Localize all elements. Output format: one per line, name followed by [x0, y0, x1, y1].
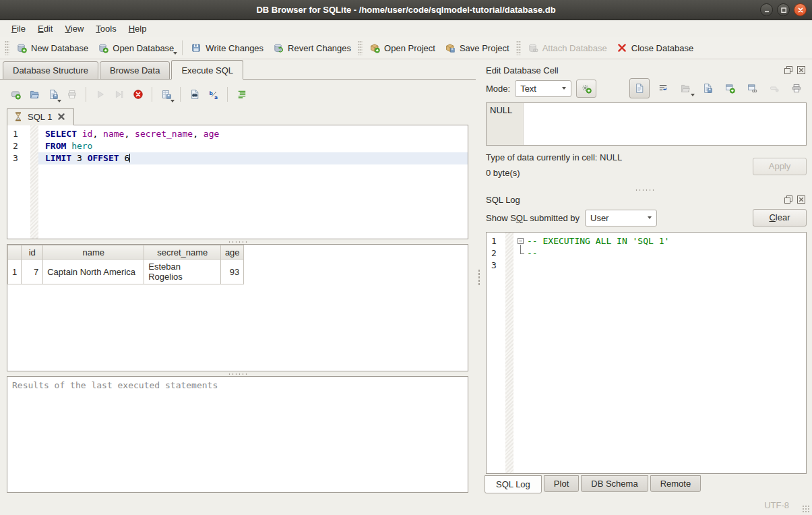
- print-icon[interactable]: [63, 86, 80, 103]
- toolbar-button-label: Attach Database: [542, 43, 607, 53]
- revert-changes-button[interactable]: Revert Changes: [268, 40, 356, 56]
- table-cell[interactable]: 7: [22, 260, 43, 284]
- encoding-indicator: UTF-8: [764, 500, 789, 510]
- code-line-1[interactable]: SELECT id, name, secret_name, age: [38, 128, 468, 140]
- submitter-combobox[interactable]: User: [585, 210, 657, 226]
- sql-log-view[interactable]: 123 −-- EXECUTING ALL IN 'SQL 1'--: [486, 232, 807, 474]
- new-database-button[interactable]: New Database: [11, 40, 93, 56]
- replace-icon[interactable]: ba: [205, 86, 222, 103]
- toolbar-separator: [182, 40, 183, 55]
- sql-doc-tab[interactable]: SQL 1: [7, 108, 74, 125]
- chevron-down-icon: [648, 216, 652, 219]
- stop-icon[interactable]: [129, 86, 146, 103]
- save-sql-file-icon[interactable]: [44, 86, 61, 103]
- menu-tools[interactable]: Tools: [90, 22, 122, 36]
- column-header-secret_name[interactable]: secret_name: [144, 245, 221, 260]
- editor-results-splitter[interactable]: [7, 239, 468, 244]
- save-project-button[interactable]: Save Project: [440, 40, 514, 56]
- maximize-button[interactable]: [777, 3, 790, 16]
- table-cell[interactable]: Esteban Rogelios: [144, 260, 221, 284]
- toolbar-handle[interactable]: [358, 40, 363, 55]
- menu-help[interactable]: Help: [123, 22, 153, 36]
- tab-database-structure[interactable]: Database Structure: [3, 61, 98, 80]
- menu-view[interactable]: View: [59, 22, 90, 36]
- main-toolbar: New DatabaseOpen DatabaseWrite ChangesRe…: [0, 37, 812, 59]
- open-project-icon: [369, 42, 380, 53]
- code-line-2[interactable]: FROM hero: [38, 140, 468, 152]
- panes-splitter[interactable]: [476, 59, 482, 495]
- toolbar-handle[interactable]: [516, 40, 521, 55]
- set-null-icon[interactable]: [766, 80, 783, 97]
- open-project-button[interactable]: Open Project: [365, 40, 440, 56]
- toolbar-button-label: Open Project: [384, 43, 435, 53]
- bottom-tab-db-schema[interactable]: DB Schema: [581, 475, 648, 492]
- edit-cell-title: Edit Database Cell: [486, 65, 783, 75]
- toolbar-button-label: New Database: [31, 43, 88, 53]
- docks-splitter[interactable]: [483, 187, 807, 193]
- bottom-tab-sql-log[interactable]: SQL Log: [485, 475, 542, 493]
- table-cell[interactable]: Captain North America: [43, 260, 144, 284]
- close-icon[interactable]: [796, 65, 807, 75]
- close-button[interactable]: [794, 3, 807, 16]
- toolbar-separator: [152, 87, 152, 102]
- word-wrap-icon[interactable]: [654, 80, 672, 97]
- tab-browse-data[interactable]: Browse Data: [100, 61, 170, 80]
- editor-code-area: SELECT id, name, secret_name, ageFROM he…: [38, 125, 468, 239]
- code-line-3[interactable]: LIMIT 3 OFFSET 6: [38, 152, 468, 164]
- text-document-icon[interactable]: [629, 78, 650, 98]
- toolbar-separator: [180, 87, 181, 102]
- cell-value-editor[interactable]: NULL: [486, 102, 807, 146]
- edit-cell-dock-header: Edit Database Cell: [483, 63, 807, 77]
- column-header-age[interactable]: age: [221, 245, 244, 260]
- float-icon[interactable]: [783, 65, 794, 75]
- close-tab-icon[interactable]: [56, 111, 67, 122]
- save-results-icon[interactable]: [158, 86, 175, 103]
- toolbar-handle[interactable]: [5, 40, 9, 55]
- open-database-button[interactable]: Open Database: [93, 40, 179, 56]
- column-header-id[interactable]: id: [22, 245, 43, 260]
- clear-button[interactable]: Clear: [753, 209, 807, 226]
- column-header-name[interactable]: name: [43, 245, 144, 260]
- menu-edit[interactable]: Edit: [32, 22, 59, 36]
- open-file-icon[interactable]: [677, 80, 694, 97]
- execution-message-area[interactable]: Results of the last executed statements: [7, 376, 468, 493]
- cell-mode-row: Mode: Text: [483, 77, 807, 100]
- find-icon[interactable]: [186, 86, 203, 103]
- attach-database-button[interactable]: Attach Database: [523, 40, 612, 56]
- print-icon[interactable]: [788, 80, 805, 97]
- tab-execute-sql[interactable]: Execute SQL: [171, 60, 243, 80]
- table-row[interactable]: 17Captain North AmericaEsteban Rogelios9…: [8, 260, 244, 284]
- link-icon[interactable]: [743, 80, 761, 97]
- auto-apply-button[interactable]: [576, 80, 596, 98]
- write-changes-button[interactable]: Write Changes: [186, 40, 268, 56]
- write-changes-icon: [191, 42, 201, 53]
- new-tab-icon[interactable]: [7, 86, 24, 103]
- results-grid[interactable]: idnamesecret_nameage17Captain North Amer…: [7, 244, 468, 371]
- menu-file[interactable]: File: [5, 22, 32, 36]
- sql-code-editor[interactable]: 123 SELECT id, name, secret_name, ageFRO…: [7, 125, 468, 239]
- float-icon[interactable]: [783, 194, 794, 205]
- apply-button[interactable]: Apply: [753, 158, 807, 175]
- toolbar-button-label: Open Database: [113, 43, 174, 53]
- execute-all-icon[interactable]: [92, 86, 108, 103]
- export-icon[interactable]: [721, 80, 739, 97]
- bottom-tab-plot[interactable]: Plot: [544, 475, 579, 492]
- close-icon[interactable]: [796, 194, 807, 205]
- bottom-tab-remote[interactable]: Remote: [650, 475, 701, 492]
- save-as-icon[interactable]: [699, 80, 716, 97]
- results-message-splitter[interactable]: [7, 371, 468, 376]
- mode-combobox[interactable]: Text: [515, 80, 571, 97]
- corner-header[interactable]: [8, 245, 22, 260]
- window-title: DB Browser for SQLite - /home/user/code/…: [0, 5, 812, 15]
- format-sql-icon[interactable]: [233, 86, 250, 103]
- row-number[interactable]: 1: [8, 260, 22, 284]
- minimize-button[interactable]: [760, 3, 773, 16]
- open-sql-file-icon[interactable]: [26, 86, 42, 103]
- table-cell[interactable]: 93: [221, 260, 244, 284]
- execute-current-line-icon[interactable]: [111, 86, 127, 103]
- close-database-button[interactable]: Close Database: [612, 40, 699, 56]
- titlebar[interactable]: DB Browser for SQLite - /home/user/code/…: [0, 0, 812, 20]
- new-database-icon: [16, 42, 27, 53]
- toolbar-separator: [86, 87, 86, 102]
- resize-grip[interactable]: [802, 505, 810, 513]
